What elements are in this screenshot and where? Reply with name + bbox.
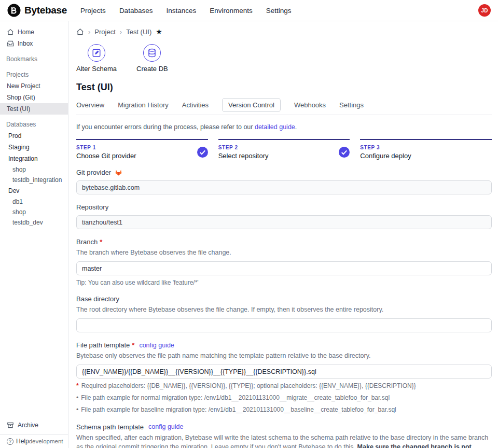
brand-name: Bytebase xyxy=(24,5,67,16)
base-directory-input[interactable] xyxy=(76,318,492,332)
git-provider-input[interactable] xyxy=(76,180,492,194)
quick-action-label: Alter Schema xyxy=(76,65,117,73)
sidebar-db-testdb-integration[interactable]: testdb_integration xyxy=(0,175,68,185)
file-path-example-normal: • File path example for normal migration… xyxy=(76,394,492,402)
step-complete-check-icon xyxy=(197,147,208,158)
sidebar-env-staging[interactable]: Staging xyxy=(0,142,68,153)
note-text: Required placeholders: {{DB_NAME}}, {{VE… xyxy=(81,382,416,390)
field-branch: Branch * The branch where Bytebase obser… xyxy=(76,238,492,286)
sidebar-env-dev[interactable]: Dev xyxy=(0,185,68,197)
sidebar-section-projects[interactable]: Projects xyxy=(0,69,68,80)
sidebar-item-label: New Project xyxy=(7,82,40,90)
sidebar-item-label: Shop (Git) xyxy=(7,94,35,101)
sidebar-item-label: Inbox xyxy=(18,40,33,47)
file-path-required-note: * Required placeholders: {{DB_NAME}}, {{… xyxy=(76,382,492,390)
sidebar-db-shop-integration[interactable]: shop xyxy=(0,164,68,175)
field-schema-path-template: Schema path template config guide When s… xyxy=(76,423,492,448)
step-choose-git-provider: STEP 1 Choose Git provider xyxy=(76,139,208,160)
help-label: Help xyxy=(16,438,29,445)
sidebar-item-inbox[interactable]: Inbox xyxy=(0,38,68,49)
step-complete-check-icon xyxy=(339,147,350,158)
alter-schema-icon xyxy=(88,44,105,62)
main-nav: Projects Databases Instances Environment… xyxy=(80,7,291,15)
sidebar-bottom: Archive ? Help development xyxy=(0,419,68,448)
note-text: File path example for baseline migration… xyxy=(81,405,396,414)
sidebar-db-shop-dev[interactable]: shop xyxy=(0,207,68,217)
sidebar: Home Inbox Bookmarks Projects New Projec… xyxy=(0,21,68,448)
step-eyebrow: STEP 1 xyxy=(76,145,136,150)
archive-icon xyxy=(7,422,14,429)
tab-activities[interactable]: Activities xyxy=(182,101,209,109)
tab-webhooks[interactable]: Webhooks xyxy=(294,101,326,109)
step-eyebrow: STEP 3 xyxy=(360,145,411,150)
error-notice: If you encounter errors during the proce… xyxy=(76,123,492,131)
detailed-guide-link[interactable]: detailed guide xyxy=(255,123,295,131)
step-select-repository: STEP 2 Select repository xyxy=(218,139,350,160)
required-mark: * xyxy=(76,382,79,390)
user-avatar[interactable]: JD xyxy=(478,4,491,17)
base-directory-label: Base directory xyxy=(76,295,119,303)
sidebar-db-db1[interactable]: db1 xyxy=(0,197,68,207)
file-path-template-input[interactable] xyxy=(76,365,492,379)
file-path-template-description: Bytebase only observes the file path nam… xyxy=(76,351,492,360)
quick-action-alter-schema[interactable]: Alter Schema xyxy=(76,44,117,73)
field-git-provider: Git provider xyxy=(76,169,492,194)
required-mark: * xyxy=(100,238,102,246)
sidebar-env-integration[interactable]: Integration xyxy=(0,153,68,164)
quick-action-create-db[interactable]: Create DB xyxy=(136,44,168,73)
tab-migration-history[interactable]: Migration History xyxy=(118,101,169,109)
note-text: File path example for normal migration t… xyxy=(81,394,390,402)
file-path-config-guide-link[interactable]: config guide xyxy=(139,342,174,349)
quick-action-label: Create DB xyxy=(136,65,168,73)
sidebar-item-test-ui[interactable]: Test (UI) xyxy=(0,103,68,115)
help-button[interactable]: ? Help xyxy=(7,438,29,445)
sidebar-item-shop-git[interactable]: Shop (Git) xyxy=(0,92,68,103)
sidebar-item-new-project[interactable]: New Project xyxy=(0,80,68,92)
help-icon: ? xyxy=(7,438,13,445)
step-text: STEP 3 Configure deploy xyxy=(360,145,411,160)
repository-input[interactable] xyxy=(76,215,492,229)
schema-path-config-guide-link[interactable]: config guide xyxy=(148,423,183,430)
quick-actions: Alter Schema Create DB xyxy=(76,44,492,73)
file-path-template-label: File path template xyxy=(76,341,130,349)
nav-instances[interactable]: Instances xyxy=(166,7,196,15)
bullet: • xyxy=(76,405,78,414)
schema-path-template-label: Schema path template xyxy=(76,423,144,431)
field-label: Schema path template config guide xyxy=(76,423,492,431)
sidebar-section-databases[interactable]: Databases xyxy=(0,119,68,130)
notice-text: If you encounter errors during the proce… xyxy=(76,123,255,131)
step-title: Select repository xyxy=(218,152,269,160)
tab-settings[interactable]: Settings xyxy=(339,101,364,109)
sidebar-item-label: Archive xyxy=(18,422,38,429)
sidebar-db-testdb-dev[interactable]: testdb_dev xyxy=(0,217,68,228)
wizard-steps: STEP 1 Choose Git provider STEP 2 Select… xyxy=(76,139,492,160)
nav-projects[interactable]: Projects xyxy=(80,7,106,15)
tab-version-control[interactable]: Version Control xyxy=(222,98,281,112)
sidebar-section-bookmarks[interactable]: Bookmarks xyxy=(0,53,68,65)
branch-input[interactable] xyxy=(76,261,492,275)
sidebar-footer: ? Help development xyxy=(0,434,68,448)
sidebar-item-label: Home xyxy=(18,29,34,36)
nav-environments[interactable]: Environments xyxy=(210,7,253,15)
required-mark: * xyxy=(132,341,134,349)
breadcrumb-current-link[interactable]: Test (UI) xyxy=(126,28,151,36)
favorite-star-icon[interactable]: ★ xyxy=(156,27,162,36)
top-navbar: Bytebase Projects Databases Instances En… xyxy=(0,0,498,21)
inbox-icon xyxy=(7,40,14,47)
step-eyebrow: STEP 2 xyxy=(218,145,269,150)
field-label: Branch * xyxy=(76,238,492,246)
repository-label: Repository xyxy=(76,203,108,211)
nav-databases[interactable]: Databases xyxy=(119,7,153,15)
breadcrumb-project-link[interactable]: Project xyxy=(94,28,115,36)
nav-settings[interactable]: Settings xyxy=(266,7,292,15)
breadcrumb-home-icon[interactable] xyxy=(76,28,84,36)
tab-overview[interactable]: Overview xyxy=(76,101,104,109)
sidebar-item-home[interactable]: Home xyxy=(0,26,68,38)
sidebar-item-archive[interactable]: Archive xyxy=(0,419,68,431)
sidebar-env-prod[interactable]: Prod xyxy=(0,130,68,142)
sidebar-item-label: Test (UI) xyxy=(7,105,30,113)
branch-label: Branch xyxy=(76,238,98,246)
field-label: File path template * config guide xyxy=(76,341,492,349)
field-base-directory: Base directory The root directory where … xyxy=(76,295,492,332)
brand[interactable]: Bytebase xyxy=(7,4,67,17)
